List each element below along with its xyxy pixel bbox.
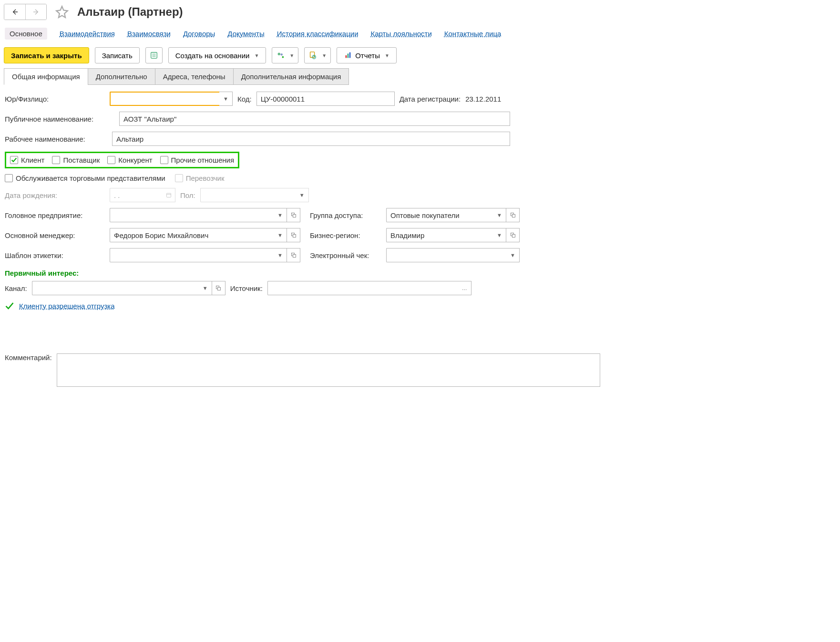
favorite-star-icon[interactable] bbox=[55, 5, 69, 19]
svg-rect-20 bbox=[512, 235, 515, 238]
label-tmpl-label: Шаблон этикетки: bbox=[5, 251, 105, 259]
manager-open-button[interactable] bbox=[287, 228, 300, 242]
page-title: Альтаир (Партнер) bbox=[77, 5, 183, 19]
nav-button-group bbox=[4, 4, 47, 20]
entity-type-input[interactable] bbox=[110, 92, 219, 106]
birth-label: Дата рождения: bbox=[5, 191, 105, 199]
access-input[interactable]: Оптовые покупатели bbox=[386, 208, 493, 222]
competitor-checkbox[interactable]: Конкурент bbox=[107, 156, 152, 164]
arrow-right-icon bbox=[32, 8, 40, 16]
label-tmpl-input[interactable] bbox=[110, 248, 274, 262]
save-and-close-button[interactable]: Записать и закрыть bbox=[4, 47, 89, 63]
head-label: Головное предприятие: bbox=[5, 211, 105, 219]
nav-link-contacts[interactable]: Контактные лица bbox=[444, 30, 502, 38]
open-icon bbox=[291, 232, 297, 238]
nav-link-relations[interactable]: Взаимосвязи bbox=[127, 30, 171, 38]
users-add-icon bbox=[276, 51, 285, 60]
svg-rect-10 bbox=[349, 52, 351, 58]
open-icon bbox=[291, 252, 297, 258]
tab-additional[interactable]: Дополнительно bbox=[88, 68, 155, 85]
breadcrumb-nav: Основное Взаимодействия Взаимосвязи Дого… bbox=[4, 25, 836, 45]
list-icon bbox=[150, 51, 158, 60]
create-based-on-button[interactable]: Создать на основании▼ bbox=[168, 47, 266, 63]
source-more-button[interactable]: … bbox=[458, 281, 471, 295]
svg-rect-18 bbox=[293, 235, 296, 238]
back-button[interactable] bbox=[4, 4, 25, 20]
tab-general[interactable]: Общая информация bbox=[4, 68, 88, 85]
access-label: Группа доступа: bbox=[310, 211, 381, 219]
shipping-allowed-link[interactable]: Клиенту разрешена отгрузка bbox=[19, 302, 115, 310]
entity-type-combo: ▼ bbox=[110, 92, 233, 106]
head-input[interactable] bbox=[110, 208, 274, 222]
open-icon bbox=[510, 232, 516, 238]
echeck-dropdown-button[interactable]: ▼ bbox=[506, 248, 520, 262]
birth-date-combo: . . bbox=[110, 188, 175, 202]
svg-point-4 bbox=[278, 53, 280, 55]
birth-date-input: . . bbox=[110, 188, 162, 202]
referral-button[interactable]: ▼ bbox=[304, 47, 331, 63]
code-input[interactable]: ЦУ-00000011 bbox=[256, 92, 395, 106]
relationship-checkbox-group: Клиент Поставщик Конкурент Прочие отноше… bbox=[5, 152, 239, 168]
sex-combo: ▼ bbox=[200, 188, 309, 202]
nav-link-class-history[interactable]: История классификации bbox=[277, 30, 359, 38]
channel-dropdown-button[interactable]: ▼ bbox=[199, 281, 212, 295]
sales-rep-checkbox[interactable]: Обслуживается торговыми представителями bbox=[5, 174, 165, 182]
open-icon bbox=[510, 212, 516, 218]
form-body: Юр/Физлицо: ▼ Код: ЦУ-00000011 Дата реги… bbox=[4, 85, 836, 389]
svg-rect-8 bbox=[346, 55, 347, 58]
echeck-input[interactable] bbox=[386, 248, 506, 262]
manager-label: Основной менеджер: bbox=[5, 231, 105, 239]
manager-input[interactable]: Федоров Борис Михайлович bbox=[110, 228, 274, 242]
carrier-checkbox: Перевозчик bbox=[175, 174, 225, 182]
channel-input[interactable] bbox=[32, 281, 199, 295]
access-dropdown-button[interactable]: ▼ bbox=[493, 208, 506, 222]
toolbar: Записать и закрыть Записать Создать на о… bbox=[4, 47, 836, 63]
nav-link-main[interactable]: Основное bbox=[5, 28, 47, 40]
add-user-button[interactable]: ▼ bbox=[272, 47, 298, 63]
public-name-input[interactable]: АОЗТ "Альтаир" bbox=[119, 112, 510, 126]
tab-addresses[interactable]: Адреса, телефоны bbox=[155, 68, 234, 85]
client-checkbox[interactable]: Клиент bbox=[10, 156, 44, 164]
source-input[interactable] bbox=[267, 281, 458, 295]
list-button[interactable] bbox=[145, 47, 163, 63]
chart-icon bbox=[344, 51, 352, 60]
head-open-button[interactable] bbox=[287, 208, 300, 222]
work-name-label: Рабочее наименование: bbox=[5, 135, 107, 143]
entity-type-dropdown-button[interactable]: ▼ bbox=[219, 92, 233, 106]
sex-dropdown-button: ▼ bbox=[296, 188, 309, 202]
nav-link-documents[interactable]: Документы bbox=[227, 30, 264, 38]
reports-button[interactable]: Отчеты▼ bbox=[337, 47, 397, 63]
check-ok-icon bbox=[5, 301, 14, 311]
public-name-label: Публичное наименование: bbox=[5, 115, 114, 123]
entity-type-label: Юр/Физлицо: bbox=[5, 95, 105, 103]
tab-extra-info[interactable]: Дополнительная информация bbox=[233, 68, 349, 85]
manager-dropdown-button[interactable]: ▼ bbox=[274, 228, 287, 242]
label-tmpl-dropdown-button[interactable]: ▼ bbox=[274, 248, 287, 262]
tabs: Общая информация Дополнительно Адреса, т… bbox=[4, 68, 836, 85]
work-name-input[interactable]: Альтаир bbox=[112, 132, 510, 146]
chevron-down-icon: ▼ bbox=[322, 53, 327, 58]
region-dropdown-button[interactable]: ▼ bbox=[493, 228, 506, 242]
check-icon bbox=[11, 157, 17, 163]
nav-link-loyalty[interactable]: Карты лояльности bbox=[371, 30, 432, 38]
arrow-left-icon bbox=[11, 8, 19, 16]
access-open-button[interactable] bbox=[506, 208, 520, 222]
channel-label: Канал: bbox=[5, 284, 27, 292]
forward-button[interactable] bbox=[25, 4, 46, 20]
nav-link-contracts[interactable]: Договоры bbox=[183, 30, 215, 38]
open-icon bbox=[215, 285, 221, 291]
supplier-checkbox[interactable]: Поставщик bbox=[52, 156, 100, 164]
comment-textarea[interactable] bbox=[57, 353, 600, 387]
channel-open-button[interactable] bbox=[212, 281, 225, 295]
save-button[interactable]: Записать bbox=[95, 47, 140, 63]
other-relations-checkbox[interactable]: Прочие отношения bbox=[160, 156, 235, 164]
svg-rect-24 bbox=[218, 288, 221, 290]
region-input[interactable]: Владимир bbox=[386, 228, 493, 242]
chevron-down-icon: ▼ bbox=[385, 53, 389, 58]
primary-interest-heading: Первичный интерес: bbox=[5, 269, 835, 277]
nav-link-interactions[interactable]: Взаимодействия bbox=[60, 30, 115, 38]
region-open-button[interactable] bbox=[506, 228, 520, 242]
open-icon bbox=[291, 212, 297, 218]
head-dropdown-button[interactable]: ▼ bbox=[274, 208, 287, 222]
label-tmpl-open-button[interactable] bbox=[287, 248, 300, 262]
